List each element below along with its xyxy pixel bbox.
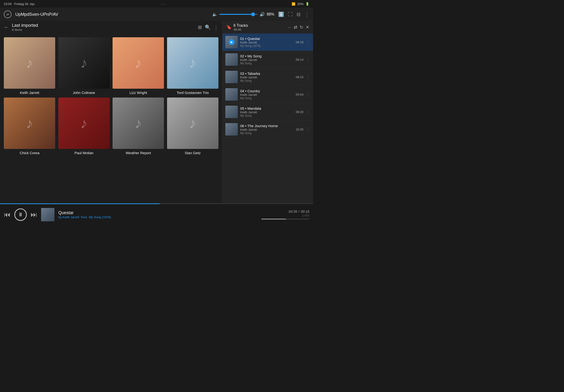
- queue-track-item[interactable]: ▶01 • QuestarKeith JarrettMy Song (1978)…: [222, 33, 313, 51]
- artist-thumbnail: ♪: [4, 37, 55, 89]
- seek-bar[interactable]: [261, 219, 309, 219]
- queue-track-info: 05 • MandalaKeith JarrettMy Song: [240, 106, 293, 117]
- queue-track-thumbnail: [225, 53, 238, 66]
- queue-track-artist: Keith Jarrett: [240, 41, 293, 44]
- artist-item[interactable]: ♪Paul Motian: [58, 98, 110, 155]
- queue-track-item[interactable]: 05 • MandalaKeith JarrettMy Song08:20⋮: [222, 103, 313, 121]
- artist-item[interactable]: ♪Chick Corea: [4, 98, 55, 155]
- now-playing-thumbnail: [41, 208, 55, 221]
- back-button[interactable]: ←: [4, 24, 9, 30]
- queue-track-more-icon[interactable]: ⋮: [306, 74, 310, 80]
- queue-track-album: My Song (1978): [240, 44, 293, 48]
- queue-track-item[interactable]: 06 • The Journey HomeKeith JarrettMy Son…: [222, 121, 313, 138]
- more-options-icon[interactable]: ⋮: [304, 12, 309, 17]
- seek-fill: [261, 219, 286, 219]
- wifi-icon: 📶: [291, 2, 295, 6]
- second-nav-icons: ⊞ 🔍 ⋮: [198, 24, 219, 30]
- queue-shuffle-icon[interactable]: ⇄: [294, 25, 297, 30]
- now-playing-artist: Keith Jarrett: [62, 215, 79, 219]
- queue-track-item[interactable]: 04 • CountryKeith JarrettMy Song05:04⋮: [222, 86, 313, 103]
- queue-track-duration: 08:20: [296, 110, 303, 114]
- library-title: Last imported: [12, 23, 195, 28]
- queue-track-thumbnail: [225, 71, 238, 83]
- artist-item[interactable]: ♪Lizz Wright: [112, 37, 164, 95]
- device-icon[interactable]: ⇄: [4, 11, 12, 18]
- now-playing-title: Questar: [58, 210, 258, 215]
- info-icon[interactable]: ℹ️: [278, 12, 284, 17]
- next-button[interactable]: ⏭: [31, 210, 37, 218]
- queue-track-more-icon[interactable]: ⋮: [306, 40, 310, 45]
- queue-track-item[interactable]: 02 • My SongKeith JarrettMy Song06:14⋮: [222, 51, 313, 68]
- artist-item[interactable]: ♪John Coltrane: [58, 37, 110, 95]
- volume-section: 🔈 🔊 88%: [212, 12, 274, 17]
- queue-track-more-icon[interactable]: ⋮: [306, 127, 310, 132]
- volume-thumb: [251, 13, 255, 16]
- queue-track-more-icon[interactable]: ⋮: [306, 92, 310, 97]
- queue-info: 6 Tracks 48:46: [234, 23, 248, 31]
- now-playing-subtitle: by Keith Jarrett from My Song (1978): [58, 215, 258, 219]
- now-playing-info: Questar by Keith Jarrett from My Song (1…: [58, 210, 258, 219]
- grid-view-icon[interactable]: ⊞: [198, 24, 202, 30]
- current-time: 04:39: [289, 210, 297, 213]
- second-nav-more-icon[interactable]: ⋮: [214, 24, 219, 30]
- queue-track-info: 03 • TabarkaKeith JarrettMy Song: [240, 71, 293, 83]
- artist-item[interactable]: ♪Tord Gustavsen Trio: [167, 37, 219, 95]
- volume-high-icon: 🔊: [260, 12, 265, 17]
- artist-name: Paul Motian: [75, 151, 94, 155]
- battery-icon: 🔋: [305, 2, 309, 6]
- previous-button[interactable]: ⏮: [4, 210, 11, 218]
- queue-track-duration: 09:15: [296, 75, 303, 79]
- queue-repeat-icon[interactable]: ↻: [300, 25, 303, 30]
- queue-track-thumbnail: [225, 106, 238, 118]
- artist-thumbnail: ♪: [112, 98, 164, 149]
- top-nav-bar: ⇄ UpMpdSven-UPnP/AV 🔈 🔊 88% ℹ️ ⛶ ⊟ ⋮: [0, 8, 313, 21]
- status-time: 23:04: [4, 2, 12, 6]
- queue-track-thumbnail: [225, 88, 238, 101]
- track-position: 1 of 6: [302, 214, 309, 217]
- main-area: ♪Keith Jarrett♪John Coltrane♪Lizz Wright…: [0, 33, 313, 203]
- volume-slider[interactable]: [219, 14, 258, 15]
- queue-track-duration: 10:35: [296, 128, 303, 131]
- queue-track-info: 01 • QuestarKeith JarrettMy Song (1978): [240, 37, 293, 48]
- search-filter-icon[interactable]: 🔍: [205, 24, 211, 30]
- pause-button[interactable]: ⏸: [14, 209, 27, 221]
- queue-clear-icon[interactable]: ✕: [306, 25, 309, 30]
- library-subtitle: 8 Items: [12, 28, 195, 31]
- queue-track-duration: 09:18: [296, 40, 303, 44]
- queue-track-album: My Song: [240, 131, 293, 135]
- queue-track-duration: 05:04: [296, 93, 303, 96]
- queue-track-title: 06 • The Journey Home: [240, 124, 293, 128]
- fullscreen-icon[interactable]: ⛶: [288, 12, 293, 17]
- device-name[interactable]: UpMpdSven-UPnP/AV: [15, 12, 208, 17]
- queue-track-artist: Keith Jarrett: [240, 128, 293, 131]
- queue-track-artist: Keith Jarrett: [240, 76, 293, 79]
- artist-item[interactable]: ♪Weather Report: [112, 98, 164, 155]
- artist-item[interactable]: ♪Keith Jarrett: [4, 37, 55, 95]
- artist-item[interactable]: ♪Stan Getz: [167, 98, 219, 155]
- queue-track-title: 03 • Tabarka: [240, 71, 293, 76]
- bookmark-icon[interactable]: 🔖: [226, 25, 232, 30]
- queue-track-title: 05 • Mandala: [240, 106, 293, 111]
- queue-track-info: 06 • The Journey HomeKeith JarrettMy Son…: [240, 124, 293, 135]
- artist-name: Chick Corea: [20, 151, 40, 155]
- status-center-dots: ···: [161, 2, 166, 6]
- queue-section: ▶01 • QuestarKeith JarrettMy Song (1978)…: [222, 33, 313, 203]
- artist-thumbnail: ♪: [4, 98, 55, 149]
- queue-track-more-icon[interactable]: ⋮: [306, 109, 310, 114]
- player-right: 04:39 / 09:18 1 of 6: [261, 210, 309, 219]
- queue-track-title: 01 • Questar: [240, 37, 293, 41]
- queue-track-artist: Keith Jarrett: [240, 111, 293, 114]
- queue-track-thumbnail: [225, 123, 238, 136]
- artist-name: Keith Jarrett: [20, 91, 39, 95]
- queue-track-more-icon[interactable]: ⋮: [306, 57, 310, 62]
- queue-track-album: My Song: [240, 79, 293, 83]
- queue-track-item[interactable]: 03 • TabarkaKeith JarrettMy Song09:15⋮: [222, 68, 313, 86]
- queue-list-icon[interactable]: ⊟: [297, 12, 301, 17]
- status-date: Freitag 26. Apr.: [14, 2, 35, 6]
- status-time-date: 23:04 Freitag 26. Apr.: [4, 2, 35, 6]
- volume-fill: [219, 14, 253, 15]
- queue-more-icon[interactable]: ···: [288, 25, 291, 30]
- queue-header: 🔖 6 Tracks 48:46 ··· ⇄ ↻ ✕: [222, 21, 313, 33]
- artist-thumbnail: ♪: [112, 37, 164, 89]
- volume-low-icon: 🔈: [212, 12, 218, 17]
